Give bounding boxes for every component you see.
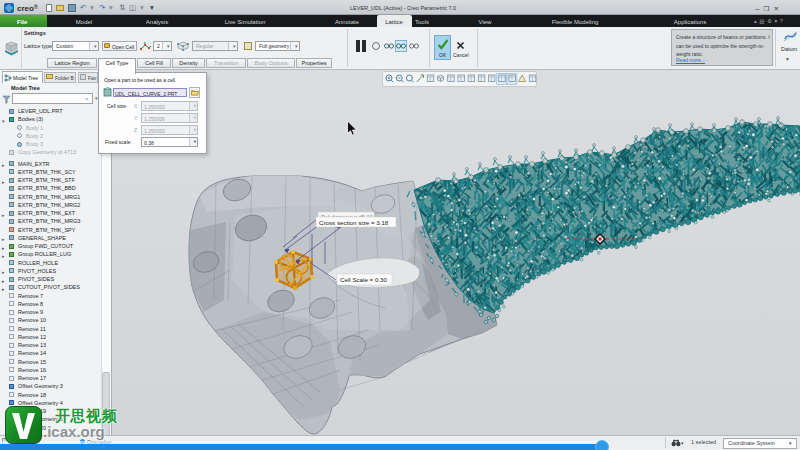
svg-text:Cross section size = 3.18: Cross section size = 3.18 <box>319 219 389 226</box>
svg-text:Cell Scale = 0.30: Cell Scale = 0.30 <box>340 276 388 283</box>
